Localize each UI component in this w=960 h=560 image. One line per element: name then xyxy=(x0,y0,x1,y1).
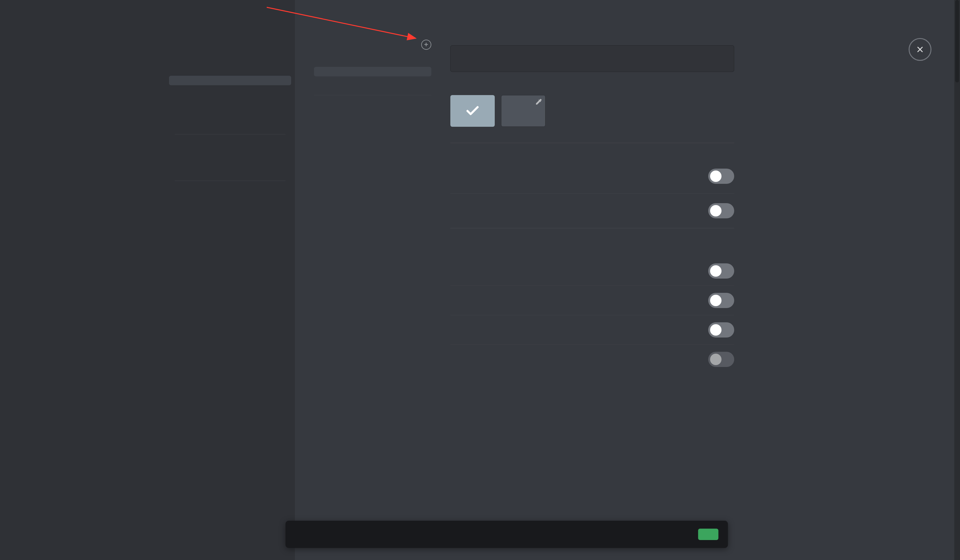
add-role-button[interactable]: + xyxy=(421,40,431,50)
roles-column: + xyxy=(295,0,441,560)
perm-manage-server-toggle[interactable] xyxy=(708,322,734,338)
check-icon xyxy=(465,103,480,118)
sidebar-item-delete-server[interactable] xyxy=(169,187,291,196)
perm-administrator-toggle[interactable] xyxy=(708,263,734,279)
unsaved-changes-bar xyxy=(285,521,728,548)
role-item-admin[interactable] xyxy=(314,67,431,77)
sidebar-item-moderation[interactable] xyxy=(169,54,291,64)
custom-color-picker[interactable] xyxy=(501,95,546,127)
allow-mention-toggle[interactable] xyxy=(708,203,734,219)
scrollbar-thumb[interactable] xyxy=(955,0,959,82)
close-button[interactable] xyxy=(909,38,931,61)
reset-button[interactable] xyxy=(671,530,688,539)
user-management-header xyxy=(169,140,291,144)
role-settings-content xyxy=(441,0,933,560)
plus-icon: + xyxy=(424,41,428,48)
save-changes-button[interactable] xyxy=(698,529,718,540)
sidebar-item-widget[interactable] xyxy=(169,119,291,128)
close-icon xyxy=(915,45,925,54)
eyedropper-icon xyxy=(535,98,542,105)
sidebar-item-webhooks[interactable] xyxy=(169,108,291,118)
role-name-input[interactable] xyxy=(450,45,734,72)
sidebar-item-emoji[interactable] xyxy=(169,97,291,107)
role-item-realpythontutorialapp[interactable] xyxy=(314,56,431,65)
divider xyxy=(450,193,734,194)
divider xyxy=(314,95,431,96)
sidebar-item-roles[interactable] xyxy=(169,76,291,85)
sidebar-item-invites[interactable] xyxy=(169,155,291,164)
settings-sidebar xyxy=(0,0,295,560)
perm-audit-log-toggle[interactable] xyxy=(708,293,734,308)
display-separately-toggle[interactable] xyxy=(708,169,734,184)
sidebar-item-members[interactable] xyxy=(169,144,291,153)
divider xyxy=(175,134,285,134)
divider xyxy=(450,143,734,143)
sidebar-item-bans[interactable] xyxy=(169,166,291,175)
server-name-header xyxy=(169,40,291,43)
default-color-swatch[interactable] xyxy=(450,95,495,127)
divider xyxy=(450,228,734,228)
sidebar-item-integrations[interactable] xyxy=(169,86,291,96)
sidebar-item-overview[interactable] xyxy=(169,43,291,53)
perm-manage-roles-toggle[interactable] xyxy=(708,352,734,367)
role-item-everyone[interactable] xyxy=(314,78,431,87)
sidebar-item-audit-log[interactable] xyxy=(169,65,291,75)
scrollbar[interactable] xyxy=(954,0,960,560)
